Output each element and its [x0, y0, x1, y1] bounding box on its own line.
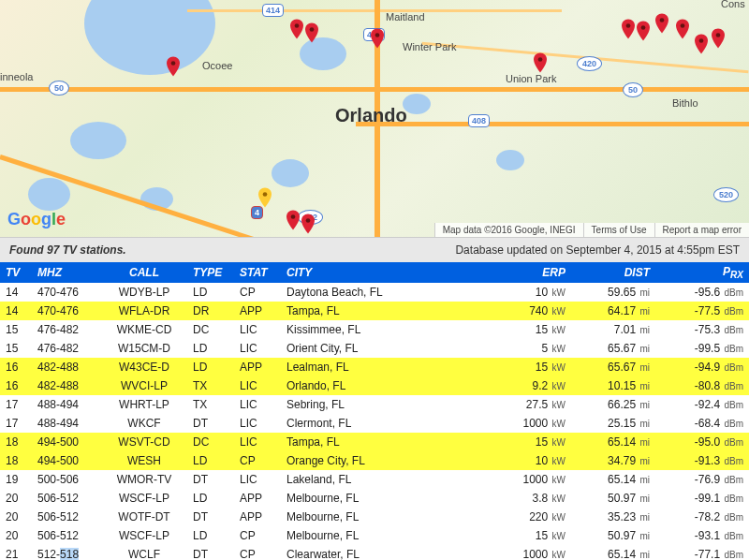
cell-city: Melbourne, FL — [281, 526, 487, 545]
table-row[interactable]: 21512-518WCLFDTCPClearwater, FL1000 kW65… — [0, 545, 749, 560]
svg-point-12 — [306, 218, 311, 223]
table-row[interactable]: 17488-494WKCFDTLICClermont, FL1000 kW25.… — [0, 414, 749, 433]
cell-erp: 15 kW — [487, 320, 571, 339]
cell-tv: 17 — [0, 414, 32, 433]
cell-tv: 20 — [0, 526, 32, 545]
cell-dist: 10.15 mi — [571, 376, 655, 395]
svg-point-10 — [716, 33, 721, 37]
city-label-bithlo: Bithlo — [672, 97, 698, 109]
cell-tv: 20 — [0, 489, 32, 508]
table-row[interactable]: 20506-512WOTF-DTDTAPPMelbourne, FL220 kW… — [0, 508, 749, 526]
hwy-shield-414: 414 — [262, 4, 284, 17]
cell-call: WSCF-LP — [101, 489, 187, 508]
table-row[interactable]: 18494-500WESHLDCPOrange City, FL10 kW34.… — [0, 451, 749, 470]
col-call[interactable]: CALL — [101, 262, 187, 283]
terms-link[interactable]: Terms of Use — [583, 223, 654, 237]
cell-stat: APP — [234, 358, 281, 376]
map-marker[interactable] — [676, 19, 689, 39]
cell-dist: 65.67 mi — [571, 339, 655, 358]
svg-point-7 — [660, 18, 665, 22]
table-row[interactable]: 14470-476WFLA-DRDRAPPTampa, FL740 kW64.1… — [0, 302, 749, 320]
map-marker[interactable] — [637, 21, 650, 41]
table-row[interactable]: 20506-512WSCF-LPLDCPMelbourne, FL15 kW50… — [0, 526, 749, 545]
map-marker[interactable] — [305, 22, 318, 43]
cell-type: LD — [187, 526, 234, 545]
table-row[interactable]: 17488-494WHRT-LPTXLICSebring, FL27.5 kW6… — [0, 395, 749, 414]
table-row[interactable]: 14470-476WDYB-LPLDCPDaytona Beach, FL10 … — [0, 283, 749, 302]
cell-dist: 65.14 mi — [571, 470, 655, 489]
map-marker[interactable] — [712, 28, 725, 49]
table-row[interactable]: 15476-482WKME-CDDCLICKissimmee, FL15 kW7… — [0, 320, 749, 339]
svg-point-4 — [538, 57, 543, 62]
hwy-shield-4: 4 — [251, 206, 263, 219]
cell-call: W15CM-D — [101, 339, 187, 358]
col-prx[interactable]: PRX — [655, 262, 749, 283]
table-row[interactable]: 20506-512WSCF-LPLDAPPMelbourne, FL3.8 kW… — [0, 489, 749, 508]
cell-type: DT — [187, 414, 234, 433]
cell-mhz: 476-482 — [32, 339, 101, 358]
cell-prx: -99.1 dBm — [655, 489, 749, 508]
col-mhz[interactable]: MHZ — [32, 262, 101, 283]
cell-type: DT — [187, 508, 234, 526]
svg-point-6 — [641, 25, 646, 30]
cell-tv: 18 — [0, 433, 32, 451]
cell-city: Sebring, FL — [281, 395, 487, 414]
col-city[interactable]: CITY — [281, 262, 487, 283]
cell-prx: -77.1 dBm — [655, 545, 749, 560]
col-tv[interactable]: TV — [0, 262, 32, 283]
cell-mhz: 506-512 — [32, 508, 101, 526]
cell-erp: 220 kW — [487, 508, 571, 526]
lake — [272, 159, 309, 187]
cell-city: Daytona Beach, FL — [281, 283, 487, 302]
cell-prx: -78.2 dBm — [655, 508, 749, 526]
map-marker[interactable] — [655, 13, 668, 34]
cell-stat: LIC — [234, 433, 281, 451]
cell-call: WCLF — [101, 545, 187, 560]
map-marker[interactable] — [695, 34, 708, 54]
hwy-shield-50: 50 — [623, 82, 643, 97]
cell-city: Tampa, FL — [281, 302, 487, 320]
cell-type: LD — [187, 339, 234, 358]
cell-type: DC — [187, 433, 234, 451]
results-count: Found 97 TV stations. — [9, 243, 126, 257]
road — [356, 122, 749, 126]
hwy-shield-420: 420 — [577, 56, 602, 71]
table-row[interactable]: 18494-500WSVT-CDDCLICTampa, FL15 kW65.14… — [0, 433, 749, 451]
col-erp[interactable]: ERP — [487, 262, 571, 283]
cell-city: Orange City, FL — [281, 451, 487, 470]
database-updated: Database updated on September 4, 2015 at… — [455, 243, 740, 257]
cell-mhz: 494-500 — [32, 451, 101, 470]
col-stat[interactable]: STAT — [234, 262, 281, 283]
table-row[interactable]: 15476-482W15CM-DLDLICOrient City, FL5 kW… — [0, 339, 749, 358]
svg-point-0 — [171, 61, 176, 66]
cell-tv: 19 — [0, 470, 32, 489]
map-marker[interactable] — [622, 19, 635, 39]
cell-city: Melbourne, FL — [281, 508, 487, 526]
map-marker[interactable] — [167, 56, 180, 77]
cell-dist: 65.14 mi — [571, 545, 655, 560]
cell-city: Clermont, FL — [281, 414, 487, 433]
cell-prx: -76.9 dBm — [655, 470, 749, 489]
col-type[interactable]: TYPE — [187, 262, 234, 283]
map-marker[interactable] — [286, 210, 300, 230]
map-marker-yellow[interactable] — [258, 187, 272, 208]
cell-city: Orlando, FL — [281, 376, 487, 395]
cell-erp: 5 kW — [487, 339, 571, 358]
map-marker[interactable] — [290, 19, 303, 39]
cell-type: LD — [187, 451, 234, 470]
map-canvas[interactable]: 414 441 50 50 408 420 520 482 4 Orlando … — [0, 0, 749, 238]
col-dist[interactable]: DIST — [571, 262, 655, 283]
cell-city: Tampa, FL — [281, 433, 487, 451]
table-row[interactable]: 16482-488WVCI-LPTXLICOrlando, FL9.2 kW10… — [0, 376, 749, 395]
map-marker[interactable] — [371, 28, 384, 49]
cell-erp: 1000 kW — [487, 545, 571, 560]
svg-point-1 — [295, 23, 300, 28]
cell-prx: -92.4 dBm — [655, 395, 749, 414]
cell-type: DT — [187, 470, 234, 489]
report-error-link[interactable]: Report a map error — [654, 223, 749, 237]
table-row[interactable]: 19500-506WMOR-TVDTLICLakeland, FL1000 kW… — [0, 470, 749, 489]
table-row[interactable]: 16482-488W43CE-DLDAPPLealman, FL15 kW65.… — [0, 358, 749, 376]
map-marker[interactable] — [301, 214, 315, 234]
map-marker[interactable] — [534, 52, 547, 73]
stations-table: TV MHZ CALL TYPE STAT CITY ERP DIST PRX … — [0, 262, 749, 560]
